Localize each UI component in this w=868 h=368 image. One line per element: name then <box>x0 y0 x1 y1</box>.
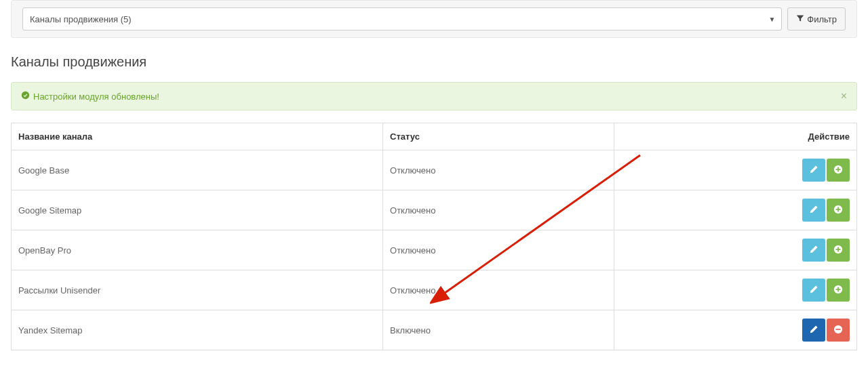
alert-message: Настройки модуля обновлены! <box>33 91 159 102</box>
cell-status: Включено <box>383 310 614 350</box>
col-header-name: Название канала <box>12 123 383 150</box>
cell-action <box>614 270 856 310</box>
filter-button-label: Фильтр <box>807 14 837 24</box>
plus-circle-icon <box>833 245 843 256</box>
table-row: Google BaseОтключено <box>12 150 857 190</box>
page-title: Каналы продвижения <box>11 54 857 70</box>
cell-name: Yandex Sitemap <box>12 310 383 350</box>
cell-action <box>614 310 856 350</box>
edit-button[interactable] <box>802 159 825 182</box>
cell-status: Отключено <box>383 190 614 230</box>
edit-button[interactable] <box>802 239 825 262</box>
pencil-icon <box>809 325 818 336</box>
table-row: Google SitemapОтключено <box>12 190 857 230</box>
check-circle-icon <box>21 91 30 102</box>
minus-circle-icon <box>833 325 843 336</box>
svg-point-0 <box>22 91 29 99</box>
cell-name: Рассылки Unisender <box>12 270 383 310</box>
channel-select[interactable]: Каналы продвижения (5) <box>22 7 782 30</box>
remove-button[interactable] <box>827 319 850 342</box>
plus-circle-icon <box>833 285 843 296</box>
table-row: Рассылки UnisenderОтключено <box>12 270 857 310</box>
alert-success: Настройки модуля обновлены! × <box>11 82 857 110</box>
plus-circle-icon <box>833 205 843 216</box>
add-button[interactable] <box>827 239 850 262</box>
filter-panel: Каналы продвижения (5) ▼ Фильтр <box>11 0 857 38</box>
cell-action <box>614 150 856 190</box>
edit-button[interactable] <box>802 279 825 302</box>
cell-name: Google Sitemap <box>12 190 383 230</box>
channel-select-wrap: Каналы продвижения (5) ▼ <box>22 7 782 30</box>
cell-status: Отключено <box>383 270 614 310</box>
cell-status: Отключено <box>383 230 614 270</box>
cell-action <box>614 190 856 230</box>
alert-close-button[interactable]: × <box>841 91 847 102</box>
cell-action <box>614 230 856 270</box>
edit-button[interactable] <box>802 319 825 342</box>
filter-button[interactable]: Фильтр <box>787 7 846 30</box>
edit-button[interactable] <box>802 199 825 222</box>
add-button[interactable] <box>827 279 850 302</box>
pencil-icon <box>809 285 818 296</box>
cell-name: OpenBay Pro <box>12 230 383 270</box>
funnel-icon <box>796 14 804 24</box>
cell-name: Google Base <box>12 150 383 190</box>
table-row: OpenBay ProОтключено <box>12 230 857 270</box>
add-button[interactable] <box>827 199 850 222</box>
plus-circle-icon <box>833 165 843 176</box>
col-header-action: Действие <box>614 123 856 150</box>
cell-status: Отключено <box>383 150 614 190</box>
channels-table: Название канала Статус Действие Google B… <box>11 123 857 350</box>
pencil-icon <box>809 245 818 256</box>
add-button[interactable] <box>827 159 850 182</box>
col-header-status: Статус <box>383 123 614 150</box>
pencil-icon <box>809 205 818 216</box>
table-row: Yandex SitemapВключено <box>12 310 857 350</box>
pencil-icon <box>809 165 818 176</box>
